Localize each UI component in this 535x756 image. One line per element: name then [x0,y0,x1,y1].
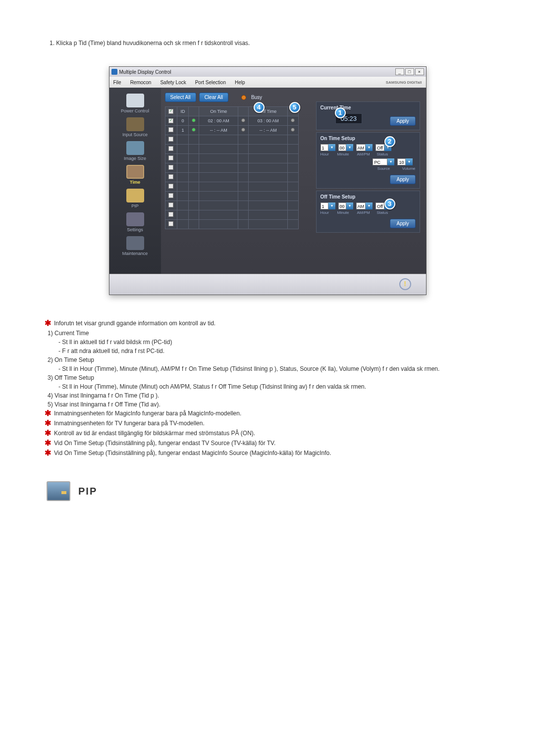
clear-all-button[interactable]: Clear All [199,93,228,102]
col-checkbox [165,107,177,116]
note-text: 4) Visar inst llningarna f r On Time (Ti… [48,392,490,399]
pip-icon [126,189,144,202]
sidebar-item-maintenance[interactable]: Maintenance [109,236,161,256]
menu-safety-lock[interactable]: Safety Lock [160,80,186,85]
sidebar-label: Time [109,180,161,185]
sidebar-label: Maintenance [109,251,161,256]
star-icon: ✱ [45,430,51,437]
status-select[interactable]: Off [375,144,384,151]
cell-offtime: -- : -- AM [249,126,288,135]
star-icon: ✱ [45,440,51,447]
select-all-button[interactable]: Select All [165,93,196,102]
callout-badge-4: 4 [254,102,265,113]
power-icon [126,94,144,107]
ampm-select[interactable]: AM [356,144,366,151]
hour-select[interactable]: 1 [321,202,328,209]
section-title: On Time Setup [321,136,416,141]
close-button[interactable]: × [415,68,424,75]
checkbox-icon[interactable] [168,146,173,151]
note-text: Vid On Time Setup (Tidsinställning på), … [54,440,275,447]
app-icon [111,69,117,75]
busy-led-icon [241,95,246,100]
minimize-button[interactable]: _ [395,68,404,75]
status-select[interactable]: Off [375,202,384,209]
sidebar-item-pip[interactable]: PIP [109,189,161,208]
led-icon [291,118,295,122]
off-time-section: Off Time Setup 1▾ 00▾ AM▾ Off▾ Hour Minu… [316,191,420,233]
note-text: - St ll in Hour (Timme), Minute (Minut) … [58,383,490,390]
chevron-down-icon[interactable]: ▾ [346,202,353,209]
volume-select[interactable]: 10 [397,158,405,165]
sidebar-item-image[interactable]: Image Size [109,141,161,161]
checkbox-icon[interactable] [168,174,173,179]
cell-ontime: 02 : 00 AM [199,116,238,126]
note-text: Kontroll av tid är endast tillgänglig fö… [54,430,255,437]
chevron-down-icon[interactable]: ▾ [366,202,373,209]
input-icon [126,117,144,131]
toolbar: Select All Clear All Busy [165,93,263,102]
menu-port-selection[interactable]: Port Selection [195,80,226,85]
sidebar-label: Input Source [109,132,161,137]
checkbox-icon[interactable] [168,155,173,160]
checkbox-icon[interactable] [168,109,173,114]
display-grid: ID On Time Off Time 0 02 : 00 AM 03 : 00… [165,106,299,265]
cell-offtime: 03 : 00 AM [249,116,288,126]
table-row[interactable]: 1 -- : -- AM -- : -- AM [165,126,298,135]
checkbox-icon[interactable] [168,118,173,123]
status-label: Status [377,152,388,156]
led-icon [241,128,245,132]
callout-badge-1: 1 [335,107,346,118]
checkbox-icon[interactable] [168,137,173,142]
note-text: 2) On Time Setup [48,356,490,363]
right-panel: Current Time 05:23 Apply On Time Setup 1… [316,101,420,235]
chevron-down-icon[interactable]: ▾ [328,144,335,151]
chevron-down-icon[interactable]: ▾ [346,144,353,151]
sidebar-item-settings[interactable]: Settings [109,212,161,232]
source-select[interactable]: PC [373,158,387,165]
col-ontime: On Time [199,107,238,116]
apply-button[interactable]: Apply [390,175,415,184]
checkbox-icon[interactable] [168,202,173,207]
apply-button[interactable]: Apply [390,219,415,228]
checkbox-icon[interactable] [168,127,173,132]
hour-label: Hour [321,210,337,215]
table-row[interactable]: 0 02 : 00 AM 03 : 00 AM [165,116,298,126]
note-text: - F r att ndra aktuell tid, ndra f rst P… [58,348,490,354]
chevron-down-icon[interactable]: ▾ [406,158,413,165]
titlebar: Multiple Display Control _ □ × [109,67,426,77]
menu-help[interactable]: Help [235,80,245,85]
star-icon: ✱ [45,410,51,417]
sidebar-item-input[interactable]: Input Source [109,117,161,137]
chevron-down-icon[interactable]: ▾ [328,202,335,209]
col-id: ID [177,107,189,116]
time-icon [126,165,144,179]
hour-label: Hour [321,152,337,156]
col-power [189,107,199,116]
menubar: File Remocon Safety Lock Port Selection … [109,77,426,88]
sidebar-item-time[interactable]: Time [109,165,161,185]
apply-button[interactable]: Apply [390,116,415,126]
hour-select[interactable]: 1 [321,144,328,151]
volume-label: Volume [402,166,416,171]
checkbox-icon[interactable] [168,193,173,198]
minute-select[interactable]: 00 [338,202,346,209]
chevron-down-icon[interactable]: ▾ [387,158,394,165]
pip-heading: PIP [47,481,490,501]
note-text: 1) Current Time [48,330,490,337]
sidebar-item-power[interactable]: Power Control [109,94,161,113]
led-icon [192,128,196,132]
note-text: - St ll in aktuell tid f r vald bildsk r… [58,339,490,346]
status-label: Status [377,210,388,215]
maximize-button[interactable]: □ [405,68,414,75]
checkbox-icon[interactable] [168,212,173,217]
menu-file[interactable]: File [113,80,121,85]
checkbox-icon[interactable] [168,184,173,189]
source-label: Source [377,166,402,171]
menu-remocon[interactable]: Remocon [130,80,152,85]
checkbox-icon[interactable] [168,165,173,170]
mdc-window: Multiple Display Control _ □ × File Remo… [109,66,427,295]
ampm-select[interactable]: AM [356,202,366,209]
chevron-down-icon[interactable]: ▾ [366,144,373,151]
checkbox-icon[interactable] [168,221,173,226]
minute-select[interactable]: 00 [338,144,346,151]
